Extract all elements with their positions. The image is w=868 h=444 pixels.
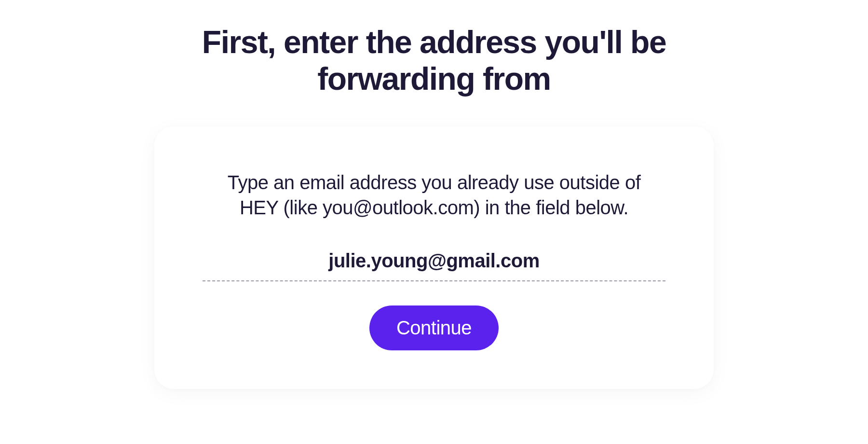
instruction-text: Type an email address you already use ou… (222, 170, 646, 220)
page-title: First, enter the address you'll be forwa… (145, 24, 723, 97)
form-card: Type an email address you already use ou… (154, 126, 714, 389)
page-container: First, enter the address you'll be forwa… (0, 0, 868, 389)
email-field[interactable] (203, 244, 665, 281)
continue-button[interactable]: Continue (369, 305, 499, 350)
